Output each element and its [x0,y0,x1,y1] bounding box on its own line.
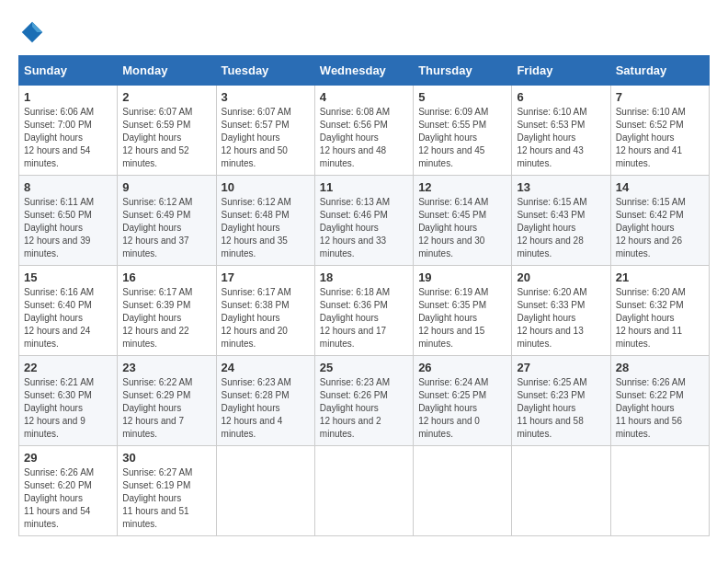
table-cell: 26Sunrise: 6:24 AMSunset: 6:25 PMDayligh… [414,356,512,446]
day-info: Sunrise: 6:27 AMSunset: 6:19 PMDaylight … [122,466,210,531]
day-number: 16 [122,270,210,284]
table-cell: 21Sunrise: 6:20 AMSunset: 6:32 PMDayligh… [610,266,709,356]
table-cell [610,446,709,536]
table-cell: 23Sunrise: 6:22 AMSunset: 6:29 PMDayligh… [118,356,216,446]
weekday-saturday: Saturday [610,56,709,86]
table-cell: 25Sunrise: 6:23 AMSunset: 6:26 PMDayligh… [314,356,413,446]
day-info: Sunrise: 6:08 AMSunset: 6:56 PMDaylight … [320,106,408,170]
table-cell: 8Sunrise: 6:11 AMSunset: 6:50 PMDaylight… [19,176,118,266]
day-info: Sunrise: 6:21 AMSunset: 6:30 PMDaylight … [24,376,112,441]
table-cell [314,446,413,536]
day-info: Sunrise: 6:20 AMSunset: 6:33 PMDaylight … [517,286,605,350]
day-info: Sunrise: 6:19 AMSunset: 6:35 PMDaylight … [418,286,506,350]
table-cell: 27Sunrise: 6:25 AMSunset: 6:23 PMDayligh… [512,356,610,446]
day-number: 20 [517,270,605,284]
calendar-header: SundayMondayTuesdayWednesdayThursdayFrid… [19,56,710,86]
day-info: Sunrise: 6:22 AMSunset: 6:29 PMDaylight … [122,376,210,441]
weekday-friday: Friday [512,56,610,86]
day-number: 12 [418,180,506,194]
day-info: Sunrise: 6:17 AMSunset: 6:38 PMDaylight … [222,286,310,350]
day-number: 5 [418,90,506,104]
day-number: 17 [222,270,310,284]
weekday-tuesday: Tuesday [216,56,314,86]
day-info: Sunrise: 6:23 AMSunset: 6:26 PMDaylight … [320,376,408,441]
week-row-4: 22Sunrise: 6:21 AMSunset: 6:30 PMDayligh… [19,356,710,446]
table-cell: 12Sunrise: 6:14 AMSunset: 6:45 PMDayligh… [414,176,512,266]
logo-icon [18,18,46,46]
table-cell: 19Sunrise: 6:19 AMSunset: 6:35 PMDayligh… [414,266,512,356]
day-info: Sunrise: 6:06 AMSunset: 7:00 PMDaylight … [24,106,112,170]
day-info: Sunrise: 6:11 AMSunset: 6:50 PMDaylight … [24,196,112,260]
day-number: 10 [222,180,310,194]
day-info: Sunrise: 6:26 AMSunset: 6:20 PMDaylight … [24,466,112,531]
day-number: 9 [122,180,210,194]
week-row-3: 15Sunrise: 6:16 AMSunset: 6:40 PMDayligh… [19,266,710,356]
table-cell [414,446,512,536]
week-row-5: 29Sunrise: 6:26 AMSunset: 6:20 PMDayligh… [19,446,710,536]
table-cell: 2Sunrise: 6:07 AMSunset: 6:59 PMDaylight… [118,86,216,176]
table-cell: 30Sunrise: 6:27 AMSunset: 6:19 PMDayligh… [118,446,216,536]
day-number: 7 [616,90,704,104]
day-number: 22 [24,361,112,374]
table-cell: 10Sunrise: 6:12 AMSunset: 6:48 PMDayligh… [216,176,314,266]
table-cell: 15Sunrise: 6:16 AMSunset: 6:40 PMDayligh… [19,266,118,356]
page-header [18,18,710,46]
table-cell: 11Sunrise: 6:13 AMSunset: 6:46 PMDayligh… [314,176,413,266]
calendar-body: 1Sunrise: 6:06 AMSunset: 7:00 PMDaylight… [19,86,710,536]
day-number: 25 [320,361,408,374]
day-info: Sunrise: 6:16 AMSunset: 6:40 PMDaylight … [24,286,112,350]
table-cell: 29Sunrise: 6:26 AMSunset: 6:20 PMDayligh… [19,446,118,536]
day-info: Sunrise: 6:07 AMSunset: 6:57 PMDaylight … [222,106,310,170]
day-number: 8 [24,180,112,194]
day-number: 24 [222,361,310,374]
table-cell: 14Sunrise: 6:15 AMSunset: 6:42 PMDayligh… [610,176,709,266]
day-number: 26 [418,361,506,374]
day-number: 11 [320,180,408,194]
day-info: Sunrise: 6:12 AMSunset: 6:49 PMDaylight … [122,196,210,260]
table-cell: 17Sunrise: 6:17 AMSunset: 6:38 PMDayligh… [216,266,314,356]
day-info: Sunrise: 6:09 AMSunset: 6:55 PMDaylight … [418,106,506,170]
day-info: Sunrise: 6:24 AMSunset: 6:25 PMDaylight … [418,376,506,441]
day-info: Sunrise: 6:26 AMSunset: 6:22 PMDaylight … [616,376,704,441]
day-info: Sunrise: 6:12 AMSunset: 6:48 PMDaylight … [222,196,310,260]
day-number: 21 [616,270,704,284]
calendar-table: SundayMondayTuesdayWednesdayThursdayFrid… [18,55,710,536]
day-number: 27 [517,361,605,374]
day-number: 23 [122,361,210,374]
table-cell: 9Sunrise: 6:12 AMSunset: 6:49 PMDaylight… [118,176,216,266]
day-info: Sunrise: 6:14 AMSunset: 6:45 PMDaylight … [418,196,506,260]
day-number: 6 [517,90,605,104]
table-cell: 24Sunrise: 6:23 AMSunset: 6:28 PMDayligh… [216,356,314,446]
day-info: Sunrise: 6:07 AMSunset: 6:59 PMDaylight … [122,106,210,170]
table-cell [216,446,314,536]
day-number: 1 [24,90,112,104]
day-number: 29 [24,451,112,465]
day-info: Sunrise: 6:23 AMSunset: 6:28 PMDaylight … [222,376,310,441]
day-number: 3 [222,90,310,104]
day-number: 14 [616,180,704,194]
day-number: 19 [418,270,506,284]
table-cell: 13Sunrise: 6:15 AMSunset: 6:43 PMDayligh… [512,176,610,266]
table-cell: 16Sunrise: 6:17 AMSunset: 6:39 PMDayligh… [118,266,216,356]
table-cell [512,446,610,536]
table-cell: 1Sunrise: 6:06 AMSunset: 7:00 PMDaylight… [19,86,118,176]
day-info: Sunrise: 6:18 AMSunset: 6:36 PMDaylight … [320,286,408,350]
table-cell: 7Sunrise: 6:10 AMSunset: 6:52 PMDaylight… [610,86,709,176]
table-cell: 28Sunrise: 6:26 AMSunset: 6:22 PMDayligh… [610,356,709,446]
day-info: Sunrise: 6:10 AMSunset: 6:53 PMDaylight … [517,106,605,170]
weekday-wednesday: Wednesday [314,56,413,86]
weekday-sunday: Sunday [19,56,118,86]
table-cell: 5Sunrise: 6:09 AMSunset: 6:55 PMDaylight… [414,86,512,176]
day-info: Sunrise: 6:20 AMSunset: 6:32 PMDaylight … [616,286,704,350]
table-cell: 18Sunrise: 6:18 AMSunset: 6:36 PMDayligh… [314,266,413,356]
day-number: 15 [24,270,112,284]
day-info: Sunrise: 6:10 AMSunset: 6:52 PMDaylight … [616,106,704,170]
table-cell: 3Sunrise: 6:07 AMSunset: 6:57 PMDaylight… [216,86,314,176]
table-cell: 22Sunrise: 6:21 AMSunset: 6:30 PMDayligh… [19,356,118,446]
weekday-thursday: Thursday [414,56,512,86]
day-number: 2 [122,90,210,104]
day-number: 13 [517,180,605,194]
table-cell: 20Sunrise: 6:20 AMSunset: 6:33 PMDayligh… [512,266,610,356]
day-number: 30 [122,451,210,465]
day-info: Sunrise: 6:13 AMSunset: 6:46 PMDaylight … [320,196,408,260]
